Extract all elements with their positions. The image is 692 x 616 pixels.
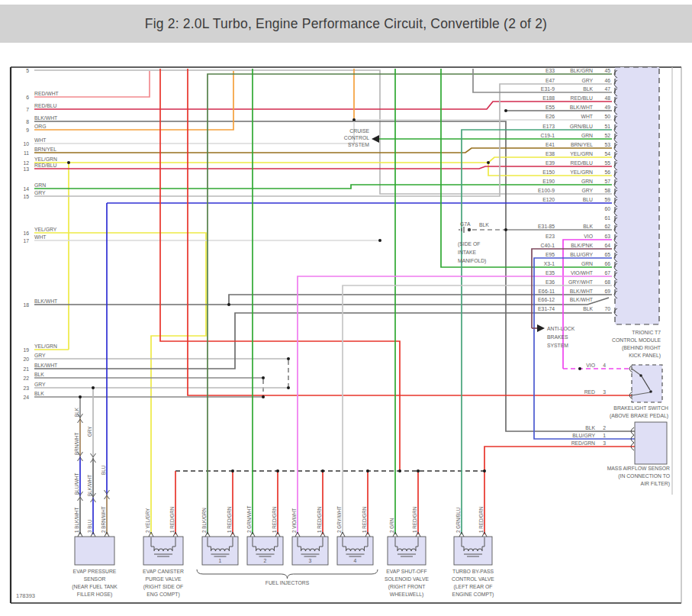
- wiring-diagram-page: { "title": "Fig 2: 2.0L Turbo, Engine Pe…: [0, 0, 692, 616]
- vertical-wire-color-label: 2 YEL/GRY: [145, 508, 150, 533]
- module-pin-number: 58: [604, 188, 610, 193]
- left-wire-color-label: GRN: [34, 182, 46, 188]
- evap-pressure-sensor-caption: (NEAR FUEL TANK: [72, 584, 117, 590]
- wire-color-label: BLK/WHT: [570, 105, 593, 110]
- terminal-id: E150: [542, 169, 555, 175]
- ground-icon: [468, 228, 471, 231]
- vertical-wire-color-label: 2 GRN: [389, 518, 394, 533]
- vertical-wire-color-label: 1 RED/GRN: [169, 506, 175, 533]
- brakelight-caption: BRAKELIGHT SWITCH: [613, 405, 668, 411]
- wire-color-label: GRN/BLU: [570, 124, 593, 129]
- injector-number: 2: [264, 558, 267, 563]
- terminal-id: E55: [546, 105, 555, 110]
- switch-contact: [649, 390, 652, 393]
- left-pin-number: 19: [23, 347, 29, 353]
- wire-color-label: BLU/GRY: [572, 433, 595, 438]
- wire-color-label: GRY: [581, 78, 593, 83]
- evap-canister-purge-valve-caption: PURGE VALVE: [146, 576, 182, 582]
- module-pin-number: 61: [604, 215, 610, 221]
- module-pin-number: 62: [604, 224, 610, 229]
- wire-color-label: RED/BLU: [571, 160, 594, 166]
- wire-color-label: WHT: [581, 114, 593, 119]
- wire-color-label: BLK: [583, 86, 593, 92]
- vertical-wire-color-label: 1 RED/GRN: [362, 506, 367, 533]
- left-pin-number: 16: [23, 231, 29, 236]
- turbo-by-pass-control-valve-caption: ENGINE COMPT): [452, 592, 494, 598]
- abs-arrow-icon: [537, 324, 545, 332]
- wire-color-label: BLK: [583, 306, 593, 311]
- junction-dot: [398, 469, 401, 472]
- terminal-id: E100-9: [538, 188, 555, 193]
- module-caption: (BEHIND RIGHT: [622, 345, 661, 351]
- terminal-id: E31-85: [538, 224, 555, 229]
- component-pin-number: 2: [603, 425, 606, 431]
- module-pin-number: 55: [604, 160, 610, 166]
- left-wire-color-label: BLK/WHT: [34, 115, 57, 121]
- wiring-diagram-canvas: TRIONIC T7CONTROL MODULE(BEHIND RIGHTKIC…: [0, 0, 692, 616]
- terminal-id: E66-12: [538, 297, 555, 302]
- terminal-id: E38: [546, 151, 555, 156]
- wire-color-label: BLK: [479, 222, 489, 227]
- maf-caption: (IN CONNECTION TO: [618, 473, 670, 479]
- left-pin-number: 10: [23, 141, 29, 147]
- wire-color-label: BLK/WHT: [570, 289, 593, 294]
- module-pin-number: 50: [604, 114, 610, 119]
- left-pin-number: 18: [23, 302, 29, 308]
- component-pin-number: 3: [603, 440, 606, 446]
- vertical-wire-color-label: 1 RED/GRN: [227, 506, 232, 533]
- maf-caption: AIR FILTER): [641, 481, 670, 487]
- terminal-id: E95: [546, 252, 555, 257]
- module-pin-number: 69: [604, 289, 610, 294]
- ground-location-label: INTAKE: [458, 250, 477, 255]
- component-pin-number: 3: [603, 389, 606, 395]
- left-pin-number: 22: [23, 376, 29, 381]
- vertical-wire-color-label: 3 BLU: [87, 519, 92, 533]
- left-wire-color-label: BLK/WHT: [34, 298, 57, 304]
- mass-airflow-sensor-box: [635, 422, 667, 464]
- evap-shut-off-solenoid-valve-caption: WHEELWELL): [390, 592, 423, 598]
- vertical-wire-color-label: 2 VIO/WHT: [291, 508, 297, 533]
- left-pin-number: 8: [26, 119, 29, 124]
- turbo-by-pass-control-valve-caption: CONTROL VALVE: [452, 576, 494, 582]
- module-pin-number: 53: [604, 142, 610, 147]
- wire-color-label: RED/BLU: [571, 95, 594, 101]
- cruise-control-label: CRUISE: [349, 128, 369, 134]
- wire-color-label: BLU: [583, 197, 593, 202]
- evap-canister-purge-valve-caption: (RIGHT SIDE OF: [143, 584, 183, 590]
- evap-canister-purge-valve-caption: EVAP CANISTER: [143, 569, 184, 574]
- wire-color-label: BLK: [585, 425, 595, 431]
- vertical-wire-color-label: BLU: [101, 465, 106, 475]
- left-pin-number: 6: [26, 95, 29, 100]
- wire: [34, 233, 206, 534]
- module-pin-number: 57: [604, 179, 610, 184]
- wire: [34, 166, 612, 169]
- left-wire-color-label: BLK: [34, 372, 44, 377]
- vertical-wire-color-label: BLU/WHT: [74, 473, 79, 495]
- evap-pressure-sensor-caption: EVAP PRESSURE: [73, 569, 117, 574]
- wire-color-label: BRN/YEL: [571, 142, 593, 147]
- junction-dot: [378, 239, 381, 242]
- wire-color-label: GRN: [581, 261, 593, 266]
- wire-color-label: YEL/GRN: [570, 169, 593, 175]
- wire-color-label: BLK/WHT: [570, 297, 593, 302]
- component-pin-number: 1: [603, 433, 606, 438]
- vertical-wire-color-label: 2 BRN/WHT: [101, 506, 106, 533]
- module-pin-number: 52: [604, 133, 610, 138]
- module-pin-number: 54: [604, 151, 610, 156]
- injector-group-label: FUEL INJECTORS: [266, 580, 310, 585]
- junction-dot: [321, 469, 324, 472]
- ground-location-label: (SIDE OF: [458, 241, 480, 247]
- terminal-id: E35: [546, 270, 555, 276]
- module-pin-number: 46: [604, 78, 610, 83]
- left-pin-number: 24: [23, 395, 29, 400]
- terminal-id: E120: [542, 197, 555, 202]
- brakelight-switch-box: [632, 365, 662, 402]
- terminal-id: E66-11: [539, 289, 555, 294]
- wire-color-label: BLK/GRN: [570, 68, 593, 73]
- junction-dot: [487, 161, 490, 164]
- junction-dot: [92, 386, 95, 389]
- wire: [343, 285, 612, 534]
- evap-pressure-sensor-box: [75, 537, 114, 565]
- left-wire-color-label: RED/BLU: [34, 103, 57, 108]
- terminal-id: E188: [542, 95, 555, 101]
